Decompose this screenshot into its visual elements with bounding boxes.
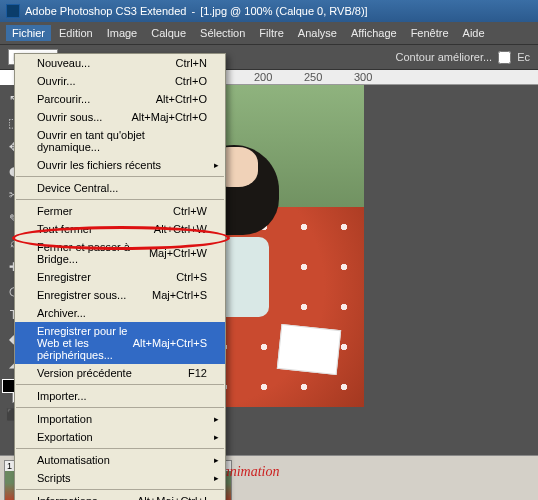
menu-item[interactable]: Informations...Alt+Maj+Ctrl+I [15, 492, 225, 500]
menu-fenetre[interactable]: Fenêtre [405, 25, 455, 41]
ec-checkbox[interactable] [498, 51, 511, 64]
app-title: Adobe Photoshop CS3 Extended [25, 5, 186, 17]
menu-item[interactable]: EnregistrerCtrl+S [15, 268, 225, 286]
doc-title: [1.jpg @ 100% (Calque 0, RVB/8)] [200, 5, 368, 17]
menu-item[interactable]: Fermer et passer à Bridge...Maj+Ctrl+W [15, 238, 225, 268]
file-menu-dropdown: Nouveau...Ctrl+NOuvrir...Ctrl+OParcourir… [14, 53, 226, 500]
menu-item[interactable]: Version précédenteF12 [15, 364, 225, 382]
menu-image[interactable]: Image [101, 25, 144, 41]
menu-item[interactable]: Device Central... [15, 179, 225, 197]
menu-item[interactable]: Nouveau...Ctrl+N [15, 54, 225, 72]
menu-item[interactable]: Scripts [15, 469, 225, 487]
menu-item[interactable]: Exportation [15, 428, 225, 446]
menu-filtre[interactable]: Filtre [253, 25, 289, 41]
menu-item[interactable]: Automatisation [15, 451, 225, 469]
menu-item[interactable]: FermerCtrl+W [15, 202, 225, 220]
menu-analyse[interactable]: Analyse [292, 25, 343, 41]
menu-calque[interactable]: Calque [145, 25, 192, 41]
menu-item[interactable]: Enregistrer sous...Maj+Ctrl+S [15, 286, 225, 304]
menu-fichier[interactable]: Fichier [6, 25, 51, 41]
menubar: Fichier Edition Image Calque Sélection F… [0, 22, 538, 45]
menu-item[interactable]: Importation [15, 410, 225, 428]
menu-item[interactable]: Enregistrer pour le Web et les périphéri… [15, 322, 225, 364]
menu-item[interactable]: Ouvrir les fichiers récents [15, 156, 225, 174]
menu-item[interactable]: Ouvrir...Ctrl+O [15, 72, 225, 90]
menu-item[interactable]: Archiver... [15, 304, 225, 322]
menu-item[interactable]: Parcourir...Alt+Ctrl+O [15, 90, 225, 108]
menu-selection[interactable]: Sélection [194, 25, 251, 41]
titlebar: Adobe Photoshop CS3 Extended - [1.jpg @ … [0, 0, 538, 22]
app-icon [6, 4, 20, 18]
ec-label: Ec [517, 51, 530, 63]
contour-label[interactable]: Contour améliorer... [396, 51, 493, 63]
menu-affichage[interactable]: Affichage [345, 25, 403, 41]
menu-item[interactable]: Ouvrir sous...Alt+Maj+Ctrl+O [15, 108, 225, 126]
menu-edition[interactable]: Edition [53, 25, 99, 41]
menu-aide[interactable]: Aide [457, 25, 491, 41]
menu-item[interactable]: Tout fermerAlt+Ctrl+W [15, 220, 225, 238]
menu-item[interactable]: Ouvrir en tant qu'objet dynamique... [15, 126, 225, 156]
menu-item[interactable]: Importer... [15, 387, 225, 405]
